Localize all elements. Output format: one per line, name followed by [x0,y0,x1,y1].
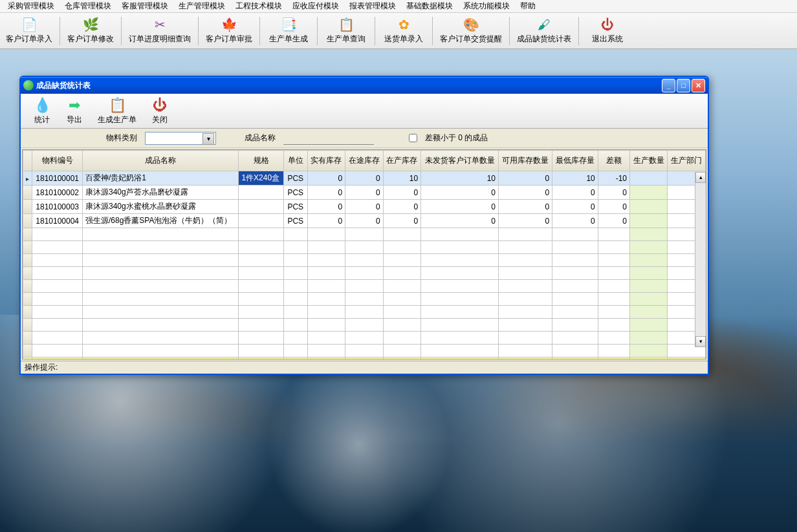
toolbar-btn-8[interactable]: 🖌成品缺货统计表 [512,14,576,48]
toolbar-icon: ✂ [152,17,168,32]
col-header[interactable]: 可用库存数量 [499,151,552,171]
menu-item-0[interactable]: 采购管理模块 [3,0,60,13]
toolbar-icon: 🖌 [536,17,552,32]
toolbar-btn-0[interactable]: 📄客户订单录入 [1,14,57,48]
col-header[interactable]: 成品名称 [83,151,239,171]
toolbar-btn-7[interactable]: 🎨客户订单交货提醒 [435,14,507,48]
table-row-empty [23,267,706,280]
shortage-grid[interactable]: 物料编号成品名称规格单位实有库存在途库存在产库存未发货客户订单数量可用库存数量最… [23,150,706,359]
scroll-down-icon[interactable]: ▾ [695,336,706,347]
stats-button[interactable]: 💧统计 [26,94,58,127]
col-header[interactable]: 最低库存量 [552,151,598,171]
col-header[interactable]: 单位 [283,151,307,171]
toolbar-label: 客户订单审批 [206,34,252,45]
toolbar-btn-4[interactable]: 📑生产单生成 [263,14,314,48]
col-header[interactable]: 生产部门 [668,151,706,171]
toolbar-label: 退出系统 [592,34,623,45]
toolbar-label: 送货单录入 [384,34,423,45]
col-header[interactable]: 物料编号 [32,151,83,171]
col-header[interactable]: 规格 [239,151,283,171]
col-header[interactable]: 实有库存 [307,151,345,171]
col-header[interactable]: 在途库存 [345,151,383,171]
toolbar-label: 生产单生成 [269,34,308,45]
menu-item-2[interactable]: 客服管理模块 [116,0,173,13]
toolbar-btn-9[interactable]: ⏻退出系统 [582,14,633,48]
toolbar-icon: ✿ [396,17,411,32]
stats-button-label: 统计 [34,114,50,125]
table-row-empty [23,332,706,345]
menu-item-5[interactable]: 应收应付模块 [287,0,344,13]
scroll-up-icon[interactable]: ▴ [695,172,706,183]
product-name-label: 成品名称 [245,133,276,144]
material-type-label: 物料类别 [106,133,137,144]
toolbar-label: 客户订单交货提醒 [440,34,502,45]
material-type-combo[interactable] [145,132,216,145]
window-icon [23,80,34,90]
menu-item-3[interactable]: 生产管理模块 [173,0,230,13]
export-button-label: 导出 [67,114,82,125]
child-toolbar: 💧统计➡导出📋生成生产单⏻关闭 [21,94,708,129]
col-header[interactable]: 生产数量 [630,151,668,171]
main-menubar: 采购管理模块仓库管理模块客服管理模块生产管理模块工程技术模块应收应付模块报表管理… [0,0,797,13]
table-row-empty [23,280,706,293]
toolbar-icon: 🎨 [463,17,479,32]
table-row[interactable]: 1810100003康沐源340g水蜜桃水晶磨砂凝露PCS0000000 [23,200,706,214]
shortage-stats-window: 成品缺货统计表 _ □ ✕ 💧统计➡导出📋生成生产单⏻关闭 物料类别 成品名称 … [19,76,709,375]
toolbar-label: 客户订单录入 [6,34,52,45]
table-row-empty [23,319,706,332]
toolbar-label: 订单进度明细查询 [129,34,191,45]
toolbar-btn-5[interactable]: 📋生产单查询 [320,14,372,48]
toolbar-icon: 📄 [21,17,37,32]
diff-lt-zero-label: 差额小于 0 的成品 [425,133,488,144]
menu-item-6[interactable]: 报表管理模块 [344,0,401,13]
menu-item-9[interactable]: 帮助 [515,0,541,13]
window-title: 成品缺货统计表 [36,80,662,91]
diff-lt-zero-checkbox[interactable] [409,134,417,142]
toolbar-btn-6[interactable]: ✿送货单录入 [378,14,430,48]
filter-row: 物料类别 成品名称 差额小于 0 的成品 [21,129,708,148]
menu-item-8[interactable]: 系统功能模块 [458,0,515,13]
toolbar-icon: 📋 [338,17,354,32]
table-row[interactable]: 1810100004强生源/68g香薰SPA泡泡浴（牛奶）（简）PCS00000… [23,214,706,228]
toolbar-icon: 🌿 [83,17,98,32]
col-header[interactable]: 未发货客户订单数量 [421,151,499,171]
menu-item-4[interactable]: 工程技术模块 [230,0,287,13]
toolbar-btn-3[interactable]: 🍁客户订单审批 [201,14,257,48]
toolbar-btn-2[interactable]: ✂订单进度明细查询 [124,14,195,48]
toolbar-label: 客户订单修改 [67,34,114,45]
col-header[interactable]: 差额 [598,151,629,171]
gen-order-button-label: 生成生产单 [98,114,136,125]
stats-button-icon: 💧 [33,96,51,114]
minimize-button[interactable]: _ [662,79,675,92]
close-button-label: 关闭 [152,114,168,125]
toolbar-label: 成品缺货统计表 [517,34,571,45]
col-header[interactable]: 在产库存 [383,151,420,171]
product-name-input[interactable] [283,132,374,145]
close-button-icon: ⏻ [151,96,169,114]
main-toolbar: 📄客户订单录入🌿客户订单修改✂订单进度明细查询🍁客户订单审批📑生产单生成📋生产单… [0,13,797,49]
toolbar-icon: 📑 [281,17,296,32]
table-row[interactable]: 1810100001百爱神/贵妃奶浴11件X240盒PCS001010010-1… [23,171,706,186]
status-text: 操作提示: [25,362,58,373]
statusbar: 操作提示: [21,361,708,374]
window-titlebar[interactable]: 成品缺货统计表 _ □ ✕ [21,77,708,94]
table-row-empty [23,293,706,306]
vertical-scrollbar[interactable]: ▴ ▾ [695,172,706,347]
toolbar-icon: ⏻ [600,17,615,32]
menu-item-1[interactable]: 仓库管理模块 [60,0,116,13]
grid-container: 物料编号成品名称规格单位实有库存在途库存在产库存未发货客户订单数量可用库存数量最… [22,149,706,359]
menu-item-7[interactable]: 基础数据模块 [401,0,458,13]
table-row-empty [23,254,706,267]
toolbar-btn-1[interactable]: 🌿客户订单修改 [63,14,118,48]
window-close-button[interactable]: ✕ [692,79,705,92]
export-button-icon: ➡ [65,96,83,114]
summary-row [23,357,706,359]
maximize-button[interactable]: □ [677,79,690,92]
export-button[interactable]: ➡导出 [58,94,91,127]
toolbar-label: 生产单查询 [327,34,366,45]
gen-order-button[interactable]: 📋生成生产单 [91,94,144,127]
close-button[interactable]: ⏻关闭 [144,94,176,127]
table-row-empty [23,345,706,357]
table-row[interactable]: 1810100002康沐源340g芦荟水晶磨砂凝露PCS0000000 [23,186,706,200]
table-row-empty [23,241,706,254]
